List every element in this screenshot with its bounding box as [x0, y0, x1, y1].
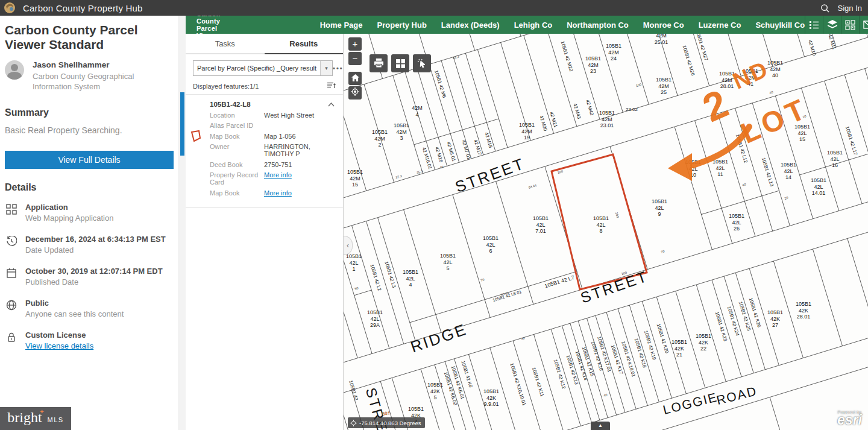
- title-bar: Carbon County Property Hub Sign In: [0, 0, 868, 16]
- field-label: Property Record Card: [210, 171, 264, 186]
- field-label: Owner: [210, 143, 264, 157]
- nav-link-lehigh-co[interactable]: Lehigh Co: [514, 21, 553, 30]
- bright-spark-icon: ✦: [39, 408, 44, 415]
- bright-mls-logo: bright✦ MLS: [0, 407, 71, 430]
- county-logo-icon: [4, 2, 16, 14]
- field-label: Alias Parcel ID: [210, 122, 264, 129]
- identify-tool-button[interactable]: [413, 54, 431, 72]
- legend-icon[interactable]: [805, 16, 823, 34]
- svg-text:23.02: 23.02: [626, 107, 638, 112]
- nav-link-home-page[interactable]: Home Page: [320, 21, 363, 30]
- share-icon[interactable]: [859, 16, 868, 34]
- basemap-icon[interactable]: [841, 16, 859, 34]
- field-label: Location: [210, 112, 264, 119]
- detail-item-public: Public Anyone can see this content: [6, 292, 173, 324]
- item-details-panel: Carbon County Parcel Viewer Standard Jas…: [0, 16, 178, 430]
- locate-button[interactable]: [348, 86, 362, 100]
- app-title: Carbon County Property Hub: [23, 3, 143, 13]
- nav-link-luzerne-co[interactable]: Luzerne Co: [699, 21, 741, 30]
- field-value: HARRINGTON, TIMOTHY P: [264, 143, 335, 157]
- field-value: West High Street: [264, 112, 314, 119]
- crosshair-icon: [350, 420, 357, 426]
- app-window: Carbon County Property Hub Sign In Carbo…: [0, 0, 868, 430]
- tasks-results-panel: Tasks Results Parcel by Parcel (Specific…: [186, 34, 344, 430]
- panel-scrollbar-thumb[interactable]: [180, 92, 184, 156]
- avatar: [5, 60, 24, 80]
- coordinates-text: -75.814 40.863 Degrees: [359, 420, 421, 426]
- home-button[interactable]: [348, 72, 362, 85]
- query-result-selected: Parcel by Parcel (Specific) _Query resul…: [193, 65, 320, 72]
- tab-results[interactable]: Results: [265, 34, 344, 54]
- layers-icon[interactable]: [823, 16, 841, 34]
- page-title: Carbon County Parcel Viewer Standard: [5, 23, 173, 52]
- print-button[interactable]: [370, 54, 388, 72]
- svg-text:42M25.01: 42M25.01: [655, 34, 668, 45]
- field-value: Map 1-056: [264, 133, 296, 140]
- globe-icon: [6, 300, 17, 313]
- zoom-out-button[interactable]: −: [348, 52, 362, 65]
- nav-link-property-hub[interactable]: Property Hub: [377, 21, 427, 30]
- view-full-details-button[interactable]: View Full Details: [5, 151, 174, 169]
- feature-result-card[interactable]: 105B1-42-L8 LocationWest High Street Ali…: [186, 95, 343, 204]
- search-icon[interactable]: [820, 4, 829, 13]
- summary-heading: Summary: [5, 107, 173, 118]
- panel-scrollbar-track: [179, 16, 186, 430]
- view-license-details-link[interactable]: View license details: [25, 341, 173, 350]
- detail-item-license: Custom License View license details: [6, 324, 173, 356]
- lock-icon: [6, 332, 17, 345]
- clock-icon: [6, 236, 17, 249]
- basemap-gallery-button[interactable]: [391, 54, 409, 72]
- calendar-icon: [6, 268, 17, 281]
- chevron-down-icon: ▾: [320, 61, 332, 75]
- sign-in-link[interactable]: Sign In: [838, 4, 862, 13]
- author-name: Jason Shellhammer: [33, 60, 153, 69]
- divider: [186, 207, 343, 208]
- esri-logo: Powered by esri: [837, 410, 862, 425]
- detail-item-published-date: October 30, 2019 at 12:07:14 PM EDT Publ…: [6, 261, 173, 292]
- viewer-nav-bar: Carbon County Parcel Viewer Home Page Pr…: [186, 16, 868, 34]
- nav-link-northampton-co[interactable]: Northampton Co: [567, 21, 629, 30]
- coordinates-readout: -75.814 40.863 Degrees: [348, 417, 425, 428]
- nav-link-schuylkill-co[interactable]: Schuylkill Co: [755, 21, 805, 30]
- feature-id: 105B1-42-L8: [210, 101, 251, 108]
- more-info-link[interactable]: More info: [264, 171, 292, 186]
- nav-links: Home Page Property Hub Landex (Deeds) Le…: [320, 21, 805, 30]
- nav-link-monroe-co[interactable]: Monroe Co: [643, 21, 684, 30]
- field-label: Deed Book: [210, 161, 264, 168]
- field-label: Map Book: [210, 133, 264, 140]
- more-options-button[interactable]: •••: [333, 65, 344, 72]
- field-value: 2750-751: [264, 161, 292, 168]
- author-org: Carbon County Geographical Information S…: [33, 71, 153, 92]
- nav-link-landex-deeds[interactable]: Landex (Deeds): [441, 21, 500, 30]
- details-heading: Details: [5, 182, 173, 193]
- attribution-toggle-button[interactable]: ▲: [591, 422, 610, 430]
- displayed-features-text: Displayed features:1/1: [193, 83, 259, 90]
- parcel-shape-icon: [190, 130, 202, 145]
- parcel-map-svg: 105B142M2105B142M342M4105B142M1542 M16.0…: [344, 34, 868, 430]
- summary-text: Basic Real Property Searching.: [5, 125, 173, 135]
- collapse-chevron-icon[interactable]: [328, 101, 335, 108]
- zoom-in-button[interactable]: +: [348, 37, 362, 51]
- sort-icon[interactable]: [327, 82, 336, 90]
- map-canvas[interactable]: 105B142M2105B142M342M4105B142M1542 M16.0…: [344, 34, 868, 430]
- field-label: Map Book: [210, 189, 264, 197]
- more-info-link[interactable]: More info: [264, 189, 292, 197]
- query-result-select[interactable]: Parcel by Parcel (Specific) _Query resul…: [193, 60, 333, 76]
- detail-item-application: Application Web Mapping Application: [6, 197, 173, 229]
- detail-item-date-updated: December 16, 2024 at 6:34:13 PM EST Date…: [6, 229, 173, 261]
- grid-icon: [6, 204, 17, 217]
